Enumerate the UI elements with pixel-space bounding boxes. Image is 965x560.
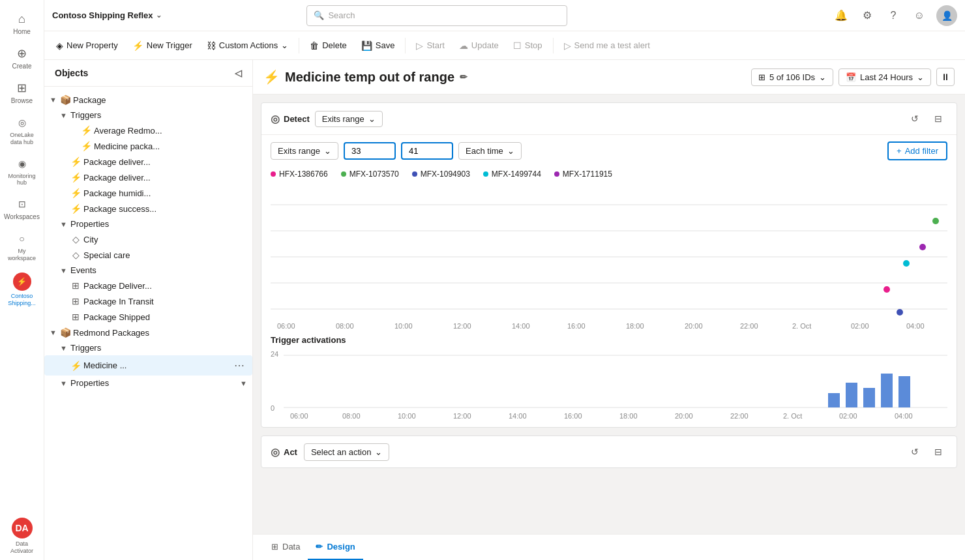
tree-item-pkg-success[interactable]: ⚡ Package success... — [44, 201, 252, 216]
new-property-icon: ◈ — [56, 40, 63, 51]
save-button[interactable]: 💾 Save — [355, 37, 402, 54]
legend-mfx1: MFX-1073570 — [341, 169, 399, 179]
new-trigger-label: New Trigger — [147, 40, 192, 50]
legend-label-mfx3: MFX-1499744 — [492, 169, 541, 179]
tree-item-medicine-active[interactable]: ⚡ Medicine ... ⋯ — [44, 355, 252, 376]
notification-icon[interactable]: 🔔 — [832, 7, 850, 25]
object-panel: Objects ◁ ▼ 📦 Package ▼ Triggers ⚡ — [44, 60, 253, 560]
edit-icon[interactable]: ✏ — [460, 72, 468, 82]
frequency-dropdown[interactable]: Each time ⌄ — [458, 142, 522, 160]
object-panel-content: ▼ 📦 Package ▼ Triggers ⚡ Average Redmo..… — [44, 87, 252, 560]
caret-triggers-1: ▼ — [60, 111, 68, 119]
trigger-activations-title: Trigger activations — [271, 335, 947, 345]
pkg-deliver-ev-label: Package Deliver... — [83, 281, 247, 291]
tree-item-city[interactable]: ◇ City — [44, 231, 252, 247]
tree-item-pkg-deliver-ev[interactable]: ⊞ Package Deliver... — [44, 278, 252, 293]
caret-properties-1: ▼ — [60, 220, 68, 228]
feedback-icon[interactable]: ☺ — [910, 7, 928, 25]
tab-data[interactable]: ⊞ Data — [263, 535, 308, 560]
tree-item-redmond[interactable]: ▼ 📦 Redmond Packages — [44, 325, 252, 340]
tree-item-special-care[interactable]: ◇ Special care — [44, 247, 252, 263]
tree-item-pkg-deliver-1[interactable]: ⚡ Package deliver... — [44, 154, 252, 169]
test-alert-icon: ▷ — [564, 40, 571, 51]
ids-dropdown[interactable]: ⊞ 5 of 106 IDs ⌄ — [751, 68, 833, 86]
redmond-icon: 📦 — [60, 327, 70, 338]
time-dropdown[interactable]: 📅 Last 24 Hours ⌄ — [839, 68, 931, 86]
new-property-label: New Property — [67, 40, 118, 50]
add-filter-button[interactable]: + Add filter — [887, 141, 947, 160]
sidebar-item-workspaces[interactable]: ⊡ Workspaces — [0, 192, 44, 226]
sidebar-item-dataactivator[interactable]: DA DataActivator — [0, 512, 44, 560]
svg-text:18:00: 18:00 — [619, 412, 638, 420]
help-icon[interactable]: ? — [884, 7, 902, 25]
exits-range-dropdown[interactable]: Exits range ⌄ — [271, 142, 338, 160]
medicine-packa-icon: ⚡ — [81, 141, 91, 151]
svg-text:2. Oct: 2. Oct — [792, 322, 811, 330]
medicine-more-icon[interactable]: ⋯ — [231, 358, 247, 373]
tree-item-medicine-packa[interactable]: ⚡ Medicine packa... — [44, 138, 252, 154]
legend-label-mfx2: MFX-1094903 — [421, 169, 470, 179]
legend-label-hfx: HFX-1386766 — [279, 169, 328, 179]
start-button[interactable]: ▷ Start — [409, 37, 451, 54]
legend-label-mfx1: MFX-1073570 — [349, 169, 399, 179]
app-name[interactable]: Contoso Shipping Reflex ⌄ — [52, 10, 162, 20]
sidebar-item-home[interactable]: ⌂ Home — [0, 7, 44, 41]
tree-item-properties-2[interactable]: ▼ Properties ▼ — [44, 376, 252, 391]
svg-text:24: 24 — [271, 350, 278, 358]
tree-item-triggers-1[interactable]: ▼ Triggers — [44, 108, 252, 123]
tree-item-triggers-2[interactable]: ▼ Triggers — [44, 340, 252, 355]
tree-item-events[interactable]: ▼ Events — [44, 263, 252, 278]
min-value-input[interactable] — [344, 142, 396, 160]
detect-settings-button[interactable]: ⊟ — [929, 110, 947, 128]
ids-icon: ⊞ — [758, 72, 765, 82]
create-icon: ⊕ — [15, 46, 29, 61]
search-placeholder: Search — [328, 10, 355, 20]
update-button[interactable]: ☁ Update — [453, 37, 505, 54]
detect-toolbar-right: ↺ ⊟ — [906, 110, 947, 128]
custom-actions-button[interactable]: ⛓ Custom Actions ⌄ — [200, 37, 295, 54]
svg-text:04:00: 04:00 — [906, 322, 925, 330]
tree-item-package[interactable]: ▼ 📦 Package — [44, 92, 252, 108]
tree-item-avg-redmo[interactable]: ⚡ Average Redmo... — [44, 123, 252, 138]
tree-item-pkg-deliver-2[interactable]: ⚡ Package deliver... — [44, 169, 252, 185]
stop-button[interactable]: ☐ Stop — [507, 37, 549, 54]
test-alert-button[interactable]: ▷ Send me a test alert — [557, 37, 657, 54]
pkg-deliver-ev-icon: ⊞ — [70, 280, 81, 291]
act-refresh-button[interactable]: ↺ — [906, 443, 924, 461]
search-box[interactable]: 🔍 Search — [306, 5, 567, 26]
settings-icon[interactable]: ⚙ — [858, 7, 876, 25]
triggers-2-label: Triggers — [70, 343, 247, 353]
tree-item-properties-1[interactable]: ▼ Properties — [44, 216, 252, 231]
avatar[interactable]: 👤 — [936, 5, 957, 26]
new-trigger-button[interactable]: ⚡ New Trigger — [126, 37, 199, 54]
delete-button[interactable]: 🗑 Delete — [303, 37, 353, 54]
bolt-icon: ⚡ — [263, 69, 280, 85]
detail-header: ⚡ Medicine temp out of range ✏ ⊞ 5 of 10… — [253, 60, 965, 95]
tree-item-pkg-humid[interactable]: ⚡ Package humidi... — [44, 185, 252, 201]
city-label: City — [83, 235, 247, 244]
svg-point-19 — [903, 260, 910, 267]
exits-range-header-dropdown[interactable]: Exits range ⌄ — [315, 111, 383, 127]
sidebar-item-myworkspace[interactable]: ○ Myworkspace — [0, 226, 44, 267]
detect-refresh-button[interactable]: ↺ — [906, 110, 924, 128]
collapse-panel-icon[interactable]: ◁ — [235, 68, 242, 78]
exits-range-chevron: ⌄ — [324, 146, 331, 156]
legend-hfx: HFX-1386766 — [271, 169, 328, 179]
test-alert-label: Send me a test alert — [574, 40, 650, 50]
start-icon: ▷ — [416, 40, 423, 51]
tab-design[interactable]: ✏ Design — [308, 535, 363, 560]
pause-button[interactable]: ⏸ — [936, 68, 955, 86]
max-value-input[interactable] — [401, 142, 453, 160]
select-action-chevron: ⌄ — [375, 447, 382, 457]
caret-properties-2: ▼ — [60, 379, 68, 387]
tree-item-pkg-transit[interactable]: ⊞ Package In Transit — [44, 293, 252, 309]
select-action-dropdown[interactable]: Select an action ⌄ — [304, 443, 390, 461]
sidebar-item-create[interactable]: ⊕ Create — [0, 41, 44, 76]
sidebar-item-monitoring[interactable]: ◉ Monitoringhub — [0, 151, 44, 192]
act-settings-button[interactable]: ⊟ — [929, 443, 947, 461]
sidebar-item-browse[interactable]: ⊞ Browse — [0, 76, 44, 110]
sidebar-item-contoso[interactable]: ⚡ ContosoShipping... — [0, 267, 44, 312]
sidebar-item-onelake[interactable]: ◎ OneLakedata hub — [0, 110, 44, 151]
tree-item-pkg-shipped[interactable]: ⊞ Package Shipped — [44, 309, 252, 325]
new-property-button[interactable]: ◈ New Property — [50, 37, 125, 54]
